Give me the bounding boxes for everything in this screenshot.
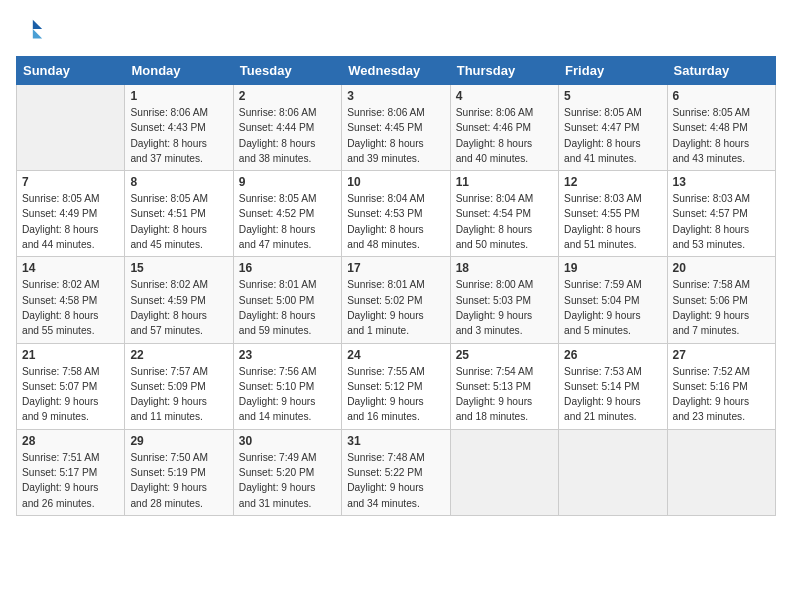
day-number: 28 (22, 434, 119, 448)
day-info: Sunrise: 8:00 AM Sunset: 5:03 PM Dayligh… (456, 277, 553, 338)
day-info: Sunrise: 8:05 AM Sunset: 4:47 PM Dayligh… (564, 105, 661, 166)
calendar-week-4: 21Sunrise: 7:58 AM Sunset: 5:07 PM Dayli… (17, 343, 776, 429)
day-number: 8 (130, 175, 227, 189)
day-number: 4 (456, 89, 553, 103)
day-number: 5 (564, 89, 661, 103)
logo (16, 16, 48, 44)
calendar-cell: 11Sunrise: 8:04 AM Sunset: 4:54 PM Dayli… (450, 171, 558, 257)
calendar-cell: 30Sunrise: 7:49 AM Sunset: 5:20 PM Dayli… (233, 429, 341, 515)
column-header-monday: Monday (125, 57, 233, 85)
day-info: Sunrise: 7:53 AM Sunset: 5:14 PM Dayligh… (564, 364, 661, 425)
day-info: Sunrise: 8:05 AM Sunset: 4:48 PM Dayligh… (673, 105, 770, 166)
day-number: 12 (564, 175, 661, 189)
calendar-cell: 7Sunrise: 8:05 AM Sunset: 4:49 PM Daylig… (17, 171, 125, 257)
calendar-cell: 24Sunrise: 7:55 AM Sunset: 5:12 PM Dayli… (342, 343, 450, 429)
day-info: Sunrise: 7:54 AM Sunset: 5:13 PM Dayligh… (456, 364, 553, 425)
calendar-week-1: 1Sunrise: 8:06 AM Sunset: 4:43 PM Daylig… (17, 85, 776, 171)
day-number: 1 (130, 89, 227, 103)
day-info: Sunrise: 8:03 AM Sunset: 4:57 PM Dayligh… (673, 191, 770, 252)
calendar-cell: 18Sunrise: 8:00 AM Sunset: 5:03 PM Dayli… (450, 257, 558, 343)
day-number: 26 (564, 348, 661, 362)
day-info: Sunrise: 7:58 AM Sunset: 5:07 PM Dayligh… (22, 364, 119, 425)
calendar-cell: 3Sunrise: 8:06 AM Sunset: 4:45 PM Daylig… (342, 85, 450, 171)
day-info: Sunrise: 8:05 AM Sunset: 4:51 PM Dayligh… (130, 191, 227, 252)
calendar-cell: 19Sunrise: 7:59 AM Sunset: 5:04 PM Dayli… (559, 257, 667, 343)
day-number: 27 (673, 348, 770, 362)
column-header-wednesday: Wednesday (342, 57, 450, 85)
day-number: 9 (239, 175, 336, 189)
calendar-cell: 1Sunrise: 8:06 AM Sunset: 4:43 PM Daylig… (125, 85, 233, 171)
day-number: 7 (22, 175, 119, 189)
day-number: 22 (130, 348, 227, 362)
day-info: Sunrise: 7:51 AM Sunset: 5:17 PM Dayligh… (22, 450, 119, 511)
day-info: Sunrise: 8:06 AM Sunset: 4:44 PM Dayligh… (239, 105, 336, 166)
column-header-sunday: Sunday (17, 57, 125, 85)
calendar-cell: 16Sunrise: 8:01 AM Sunset: 5:00 PM Dayli… (233, 257, 341, 343)
day-number: 11 (456, 175, 553, 189)
calendar-cell: 9Sunrise: 8:05 AM Sunset: 4:52 PM Daylig… (233, 171, 341, 257)
calendar-cell: 5Sunrise: 8:05 AM Sunset: 4:47 PM Daylig… (559, 85, 667, 171)
calendar-cell: 29Sunrise: 7:50 AM Sunset: 5:19 PM Dayli… (125, 429, 233, 515)
day-number: 17 (347, 261, 444, 275)
day-info: Sunrise: 8:03 AM Sunset: 4:55 PM Dayligh… (564, 191, 661, 252)
day-number: 6 (673, 89, 770, 103)
calendar-cell: 6Sunrise: 8:05 AM Sunset: 4:48 PM Daylig… (667, 85, 775, 171)
calendar-cell: 23Sunrise: 7:56 AM Sunset: 5:10 PM Dayli… (233, 343, 341, 429)
day-number: 19 (564, 261, 661, 275)
day-number: 24 (347, 348, 444, 362)
day-info: Sunrise: 8:05 AM Sunset: 4:52 PM Dayligh… (239, 191, 336, 252)
day-info: Sunrise: 7:50 AM Sunset: 5:19 PM Dayligh… (130, 450, 227, 511)
day-number: 10 (347, 175, 444, 189)
calendar-cell: 10Sunrise: 8:04 AM Sunset: 4:53 PM Dayli… (342, 171, 450, 257)
calendar-cell: 26Sunrise: 7:53 AM Sunset: 5:14 PM Dayli… (559, 343, 667, 429)
day-number: 30 (239, 434, 336, 448)
calendar-cell: 31Sunrise: 7:48 AM Sunset: 5:22 PM Dayli… (342, 429, 450, 515)
day-info: Sunrise: 7:49 AM Sunset: 5:20 PM Dayligh… (239, 450, 336, 511)
day-number: 25 (456, 348, 553, 362)
day-info: Sunrise: 7:48 AM Sunset: 5:22 PM Dayligh… (347, 450, 444, 511)
day-number: 16 (239, 261, 336, 275)
calendar-cell: 2Sunrise: 8:06 AM Sunset: 4:44 PM Daylig… (233, 85, 341, 171)
calendar-cell: 25Sunrise: 7:54 AM Sunset: 5:13 PM Dayli… (450, 343, 558, 429)
calendar-cell (559, 429, 667, 515)
calendar-cell: 20Sunrise: 7:58 AM Sunset: 5:06 PM Dayli… (667, 257, 775, 343)
day-number: 23 (239, 348, 336, 362)
day-info: Sunrise: 8:06 AM Sunset: 4:45 PM Dayligh… (347, 105, 444, 166)
calendar-cell: 27Sunrise: 7:52 AM Sunset: 5:16 PM Dayli… (667, 343, 775, 429)
day-info: Sunrise: 8:01 AM Sunset: 5:00 PM Dayligh… (239, 277, 336, 338)
column-header-friday: Friday (559, 57, 667, 85)
day-number: 31 (347, 434, 444, 448)
calendar-cell: 14Sunrise: 8:02 AM Sunset: 4:58 PM Dayli… (17, 257, 125, 343)
calendar-table: SundayMondayTuesdayWednesdayThursdayFrid… (16, 56, 776, 516)
calendar-cell: 12Sunrise: 8:03 AM Sunset: 4:55 PM Dayli… (559, 171, 667, 257)
calendar-cell: 13Sunrise: 8:03 AM Sunset: 4:57 PM Dayli… (667, 171, 775, 257)
page-header (16, 16, 776, 44)
day-number: 20 (673, 261, 770, 275)
calendar-cell: 21Sunrise: 7:58 AM Sunset: 5:07 PM Dayli… (17, 343, 125, 429)
column-header-saturday: Saturday (667, 57, 775, 85)
day-number: 21 (22, 348, 119, 362)
column-header-tuesday: Tuesday (233, 57, 341, 85)
calendar-header-row: SundayMondayTuesdayWednesdayThursdayFrid… (17, 57, 776, 85)
day-info: Sunrise: 8:02 AM Sunset: 4:58 PM Dayligh… (22, 277, 119, 338)
day-info: Sunrise: 7:58 AM Sunset: 5:06 PM Dayligh… (673, 277, 770, 338)
day-info: Sunrise: 7:57 AM Sunset: 5:09 PM Dayligh… (130, 364, 227, 425)
day-info: Sunrise: 8:02 AM Sunset: 4:59 PM Dayligh… (130, 277, 227, 338)
day-info: Sunrise: 8:04 AM Sunset: 4:54 PM Dayligh… (456, 191, 553, 252)
day-number: 18 (456, 261, 553, 275)
day-number: 13 (673, 175, 770, 189)
day-info: Sunrise: 8:05 AM Sunset: 4:49 PM Dayligh… (22, 191, 119, 252)
day-info: Sunrise: 8:04 AM Sunset: 4:53 PM Dayligh… (347, 191, 444, 252)
day-number: 15 (130, 261, 227, 275)
day-info: Sunrise: 8:01 AM Sunset: 5:02 PM Dayligh… (347, 277, 444, 338)
svg-marker-1 (33, 29, 42, 38)
day-number: 14 (22, 261, 119, 275)
day-info: Sunrise: 7:52 AM Sunset: 5:16 PM Dayligh… (673, 364, 770, 425)
day-info: Sunrise: 7:59 AM Sunset: 5:04 PM Dayligh… (564, 277, 661, 338)
day-number: 2 (239, 89, 336, 103)
day-number: 3 (347, 89, 444, 103)
day-info: Sunrise: 8:06 AM Sunset: 4:46 PM Dayligh… (456, 105, 553, 166)
calendar-week-5: 28Sunrise: 7:51 AM Sunset: 5:17 PM Dayli… (17, 429, 776, 515)
calendar-cell: 15Sunrise: 8:02 AM Sunset: 4:59 PM Dayli… (125, 257, 233, 343)
calendar-week-3: 14Sunrise: 8:02 AM Sunset: 4:58 PM Dayli… (17, 257, 776, 343)
